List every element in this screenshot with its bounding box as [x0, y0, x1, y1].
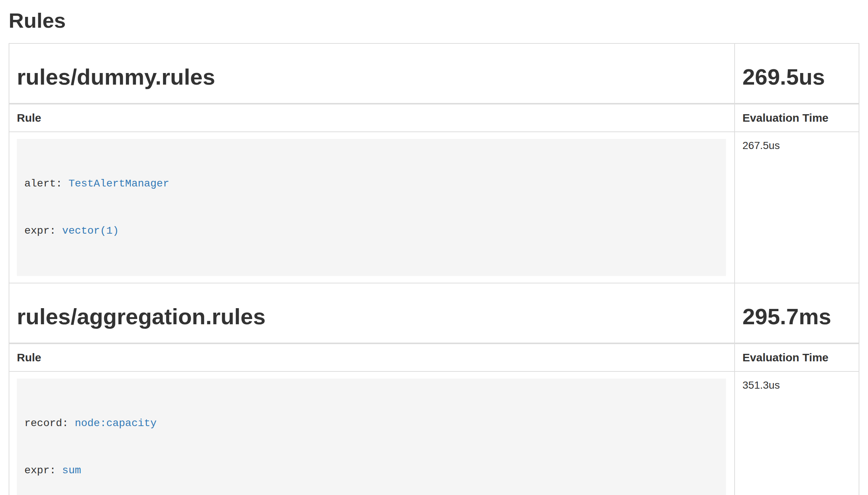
- rule-expr-link[interactable]: vector(1): [62, 225, 119, 237]
- group-file-title: rules/dummy.rules: [17, 65, 727, 89]
- group-file-title: rules/aggregation.rules: [17, 304, 727, 329]
- code-line: record: node:capacity: [24, 416, 718, 431]
- eval-time-column-header: Evaluation Time: [735, 343, 859, 371]
- eval-time-column-header: Evaluation Time: [735, 104, 859, 132]
- group-header-row: rules/aggregation.rules 295.7ms: [9, 283, 859, 343]
- rule-row: record: node:capacity expr: sum without(…: [9, 371, 859, 495]
- rule-cell: record: node:capacity expr: sum without(…: [9, 371, 735, 495]
- rule-column-header: Rule: [9, 343, 735, 371]
- group-file-cell: rules/dummy.rules: [9, 43, 735, 104]
- rule-code: alert: TestAlertManager expr: vector(1): [17, 139, 726, 276]
- group-eval-time: 295.7ms: [742, 304, 851, 329]
- code-key: expr:: [24, 465, 62, 476]
- group-eval-time-cell: 295.7ms: [735, 283, 859, 343]
- group-header-row: rules/dummy.rules 269.5us: [9, 43, 859, 104]
- rule-row: alert: TestAlertManager expr: vector(1) …: [9, 132, 859, 283]
- rule-column-header: Rule: [9, 104, 735, 132]
- group-eval-time: 269.5us: [742, 65, 851, 89]
- rules-table: rules/dummy.rules 269.5us Rule Evaluatio…: [9, 43, 859, 495]
- code-key: record:: [24, 417, 75, 429]
- code-line: expr: sum: [24, 463, 718, 479]
- rule-name-link[interactable]: TestAlertManager: [69, 178, 169, 189]
- column-header-row: Rule Evaluation Time: [9, 343, 859, 371]
- rule-code: record: node:capacity expr: sum without(…: [17, 379, 726, 495]
- rule-eval-time: 351.3us: [735, 371, 859, 495]
- rule-name-link[interactable]: node:capacity: [75, 417, 156, 429]
- page-title: Rules: [9, 9, 859, 32]
- rule-expr-link[interactable]: sum: [62, 465, 81, 476]
- code-key: expr:: [24, 225, 62, 237]
- rule-eval-time: 267.5us: [735, 132, 859, 283]
- column-header-row: Rule Evaluation Time: [9, 104, 859, 132]
- code-key: alert:: [24, 178, 69, 189]
- code-line: expr: vector(1): [24, 223, 718, 239]
- group-file-cell: rules/aggregation.rules: [9, 283, 735, 343]
- rule-cell: alert: TestAlertManager expr: vector(1): [9, 132, 735, 283]
- group-eval-time-cell: 269.5us: [735, 43, 859, 104]
- code-line: alert: TestAlertManager: [24, 176, 718, 192]
